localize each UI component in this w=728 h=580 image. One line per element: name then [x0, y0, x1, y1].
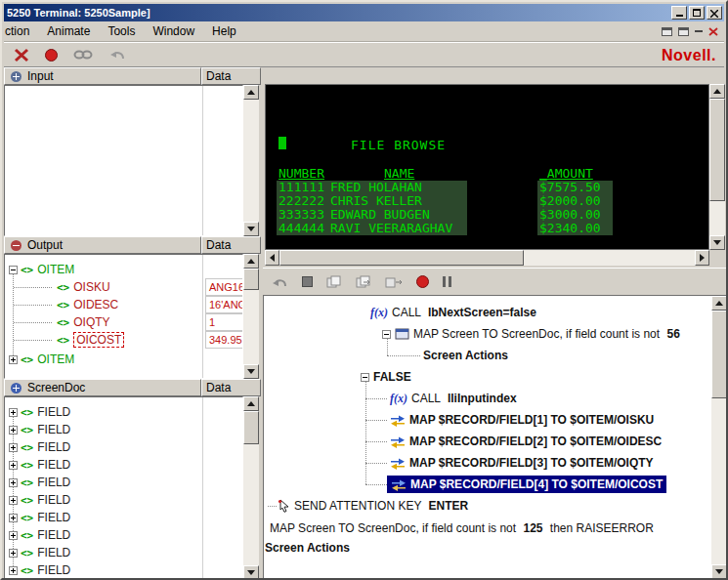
collapse-box-icon[interactable]: [9, 266, 18, 274]
node-label[interactable]: FIELD: [37, 493, 70, 507]
menu-tools[interactable]: Tools: [99, 21, 144, 41]
action-screen-actions-2[interactable]: Screen Actions: [265, 538, 350, 558]
scroll-left-button[interactable]: [265, 250, 279, 266]
action-call-lbnextscreen[interactable]: f(x) CALL lbNextScreen=false: [370, 303, 536, 322]
node-label[interactable]: FIELD: [37, 440, 70, 454]
scroll-down-button[interactable]: [709, 235, 725, 250]
node-label[interactable]: FIELD: [37, 511, 70, 524]
action-map-screen-56[interactable]: MAP Screen TO ScreenDoc, if field count …: [382, 324, 680, 344]
step-into-icon[interactable]: [326, 275, 342, 289]
node-label[interactable]: OIQTY: [73, 315, 109, 329]
data-cell-oidesc[interactable]: 16'ANG: [205, 296, 243, 313]
data-cell-oisku[interactable]: ANG161: [205, 278, 243, 296]
tree-node-field[interactable]: <>FIELD: [9, 544, 70, 561]
menu-animate[interactable]: Animate: [38, 21, 99, 41]
tree-node-field[interactable]: <>FIELD: [9, 474, 70, 491]
tree-node-field[interactable]: <>FIELD: [9, 456, 70, 474]
scroll-thumb[interactable]: [709, 99, 725, 201]
action-false-branch[interactable]: FALSE: [361, 367, 411, 387]
delete-x-icon[interactable]: [14, 48, 29, 62]
node-label[interactable]: OITEM: [37, 263, 74, 276]
data-cell-oiqty[interactable]: 1: [205, 313, 243, 331]
tree-node-oitem-2[interactable]: <> OITEM: [9, 351, 74, 368]
scroll-down-button[interactable]: [243, 565, 259, 580]
expand-box-icon[interactable]: [9, 443, 18, 452]
scroll-up-button[interactable]: [243, 396, 259, 411]
animate-link-icon[interactable]: [73, 48, 93, 62]
node-label[interactable]: FIELD: [37, 423, 70, 436]
terminal-vertical-scrollbar[interactable]: [709, 84, 725, 250]
expand-box-icon[interactable]: [9, 355, 18, 364]
node-label[interactable]: FIELD: [37, 405, 70, 419]
node-label[interactable]: FIELD: [37, 546, 70, 559]
expand-box-icon[interactable]: [9, 531, 18, 540]
tree-node-field[interactable]: <>FIELD: [9, 421, 70, 438]
minimize-button[interactable]: [671, 6, 687, 20]
expand-box-icon[interactable]: [9, 461, 18, 470]
restore-window-icon[interactable]: [662, 27, 672, 36]
action-send-attention-key[interactable]: SEND ATTENTION KEY ENTER: [278, 496, 468, 516]
data-cell-oicost[interactable]: 349.95: [205, 331, 243, 349]
action-map-field1[interactable]: MAP $RECORD/FIELD[1] TO $OITEM/OISKU: [390, 410, 654, 430]
expand-box-icon[interactable]: [9, 408, 18, 417]
scroll-up-button[interactable]: [709, 84, 725, 99]
node-label[interactable]: FIELD: [37, 563, 70, 577]
tree-node-field[interactable]: <>FIELD: [9, 509, 70, 526]
node-label[interactable]: FIELD: [37, 528, 70, 542]
cascade-window-icon[interactable]: [678, 27, 689, 36]
expand-box-icon[interactable]: [9, 426, 18, 435]
action-map-screen-125[interactable]: MAP Screen TO ScreenDoc, if field count …: [270, 518, 654, 538]
tree-node-oiqty[interactable]: <> OIQTY: [54, 313, 110, 331]
node-label[interactable]: FIELD: [37, 476, 70, 489]
scroll-thumb[interactable]: [243, 269, 259, 290]
run-to-breakpoint-icon[interactable]: [385, 275, 403, 289]
tree-node-field[interactable]: <>FIELD: [9, 526, 70, 544]
expand-box-icon[interactable]: [9, 549, 18, 558]
input-scrollbar[interactable]: [243, 85, 259, 236]
scroll-thumb[interactable]: [711, 311, 727, 398]
scroll-up-button[interactable]: [243, 85, 259, 100]
tree-node-oitem[interactable]: <> OITEM: [9, 261, 74, 278]
output-collapse-icon[interactable]: [11, 240, 21, 251]
tree-node-field[interactable]: <>FIELD: [9, 403, 70, 421]
step-over-icon[interactable]: [356, 275, 371, 289]
action-screen-actions[interactable]: Screen Actions: [423, 346, 508, 365]
close-button[interactable]: [707, 6, 722, 20]
action-map-field3[interactable]: MAP $RECORD/FIELD[3] TO $OITEM/OIQTY: [390, 453, 654, 473]
minimize-child-icon[interactable]: [695, 30, 703, 32]
input-tree[interactable]: [4, 85, 243, 236]
collapse-box-icon[interactable]: [361, 373, 369, 382]
record-icon[interactable]: [45, 49, 58, 62]
tree-node-field[interactable]: <>FIELD: [9, 561, 70, 579]
undo-arrow-icon[interactable]: [271, 275, 288, 289]
pause-icon[interactable]: [443, 276, 451, 287]
screendoc-scrollbar[interactable]: [243, 396, 259, 580]
tree-node-oisku[interactable]: <> OISKU: [54, 278, 110, 296]
node-label[interactable]: FIELD: [37, 458, 70, 472]
scroll-up-button[interactable]: [243, 254, 259, 269]
record-icon[interactable]: [416, 275, 429, 288]
node-label[interactable]: OITEM: [37, 352, 74, 366]
node-label[interactable]: OIDESC: [73, 298, 118, 311]
scroll-thumb[interactable]: [243, 411, 259, 444]
menu-action[interactable]: ction: [4, 21, 38, 41]
menu-window[interactable]: Window: [144, 21, 203, 41]
close-child-icon[interactable]: [708, 27, 718, 36]
step-back-icon[interactable]: [108, 48, 126, 62]
scroll-right-button[interactable]: [695, 250, 709, 266]
maximize-button[interactable]: [689, 6, 705, 20]
tree-node-oidesc[interactable]: <> OIDESC: [54, 296, 118, 313]
screendoc-collapse-icon[interactable]: [11, 383, 21, 394]
tree-node-field[interactable]: <>FIELD: [9, 491, 70, 509]
scroll-down-button[interactable]: [243, 364, 259, 379]
scroll-thumb[interactable]: [279, 250, 524, 266]
menu-help[interactable]: Help: [203, 21, 245, 41]
collapse-box-icon[interactable]: [382, 330, 391, 339]
tree-node-field[interactable]: <>FIELD: [9, 438, 70, 456]
expand-box-icon[interactable]: [9, 514, 18, 522]
node-label-selected[interactable]: OICOST: [73, 332, 124, 348]
terminal-screen[interactable]: FILE BROWSE NUMBER NAME _AMOUNT 111111 F…: [265, 84, 709, 250]
node-label[interactable]: OISKU: [73, 280, 109, 294]
action-map-field2[interactable]: MAP $RECORD/FIELD[2] TO $OITEM/OIDESC: [390, 432, 662, 451]
output-scrollbar[interactable]: [243, 254, 259, 379]
